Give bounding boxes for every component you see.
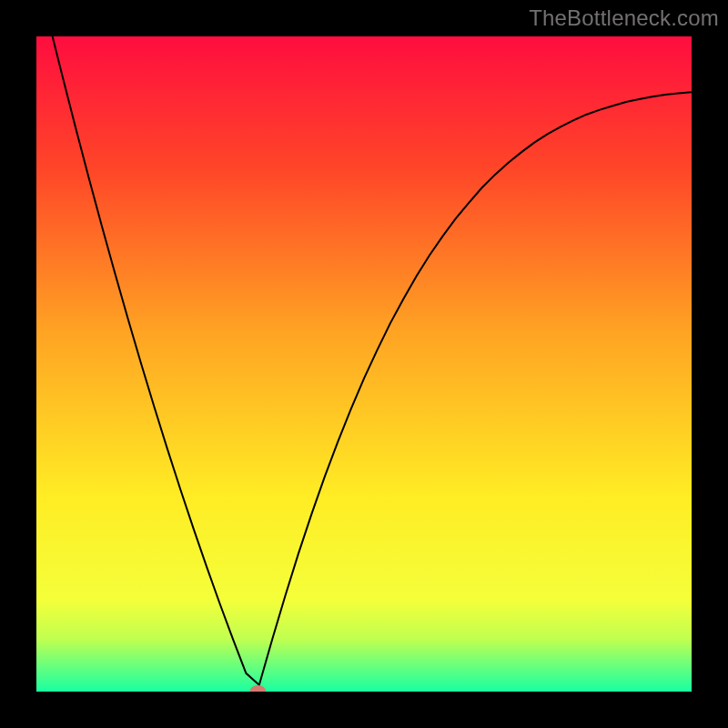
gradient-background [36,36,692,692]
watermark-text: TheBottleneck.com [529,5,719,31]
chart-plot-area [36,36,692,692]
chart-container: TheBottleneck.com [0,0,728,728]
